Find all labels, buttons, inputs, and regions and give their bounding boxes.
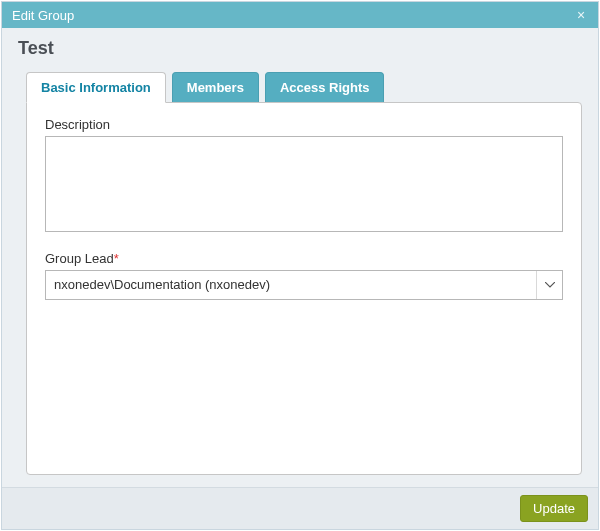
tab-row: Basic Information Members Access Rights	[2, 61, 598, 102]
description-input[interactable]	[45, 136, 563, 232]
group-lead-select[interactable]: nxonedev\Documentation (nxonedev)	[45, 270, 563, 300]
group-lead-selected-value: nxonedev\Documentation (nxonedev)	[46, 271, 536, 299]
dialog-title: Edit Group	[12, 8, 572, 23]
edit-group-dialog: Edit Group × Test Basic Information Memb…	[1, 1, 599, 530]
tab-members[interactable]: Members	[172, 72, 259, 103]
update-button[interactable]: Update	[520, 495, 588, 522]
required-mark: *	[114, 251, 119, 266]
dialog-footer: Update	[2, 487, 598, 529]
group-lead-label: Group Lead*	[45, 251, 563, 266]
tab-access-rights[interactable]: Access Rights	[265, 72, 385, 103]
chevron-down-icon[interactable]	[536, 271, 562, 299]
close-icon[interactable]: ×	[572, 6, 590, 24]
group-lead-label-text: Group Lead	[45, 251, 114, 266]
dialog-header: Test	[2, 28, 598, 61]
description-label: Description	[45, 117, 563, 132]
group-name-heading: Test	[18, 38, 582, 59]
dialog-titlebar: Edit Group ×	[2, 2, 598, 28]
tab-basic-information[interactable]: Basic Information	[26, 72, 166, 103]
tab-panel-basic-information: Description Group Lead* nxonedev\Documen…	[26, 102, 582, 475]
